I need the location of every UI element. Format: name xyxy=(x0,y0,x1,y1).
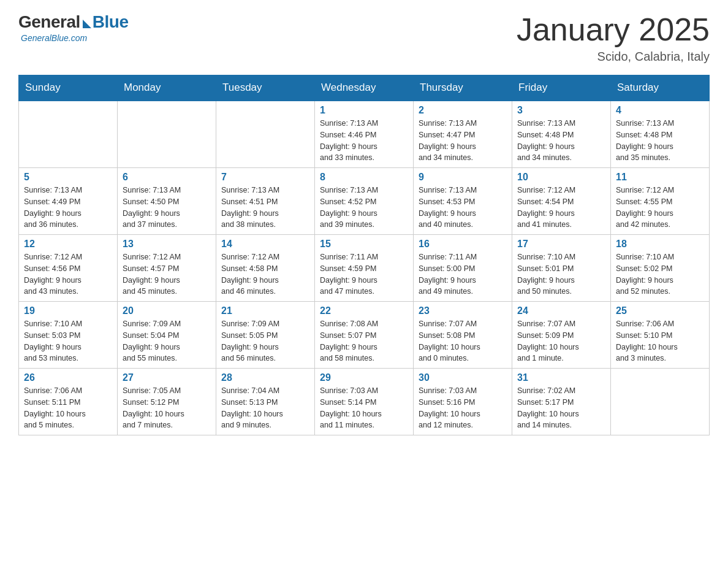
weekday-header-monday: Monday xyxy=(118,75,216,101)
day-number: 9 xyxy=(419,172,507,183)
day-cell-24: 24Sunrise: 7:07 AM Sunset: 5:09 PM Dayli… xyxy=(512,302,611,369)
day-number: 13 xyxy=(123,239,211,250)
day-cell-17: 17Sunrise: 7:10 AM Sunset: 5:01 PM Dayli… xyxy=(512,235,611,302)
day-info: Sunrise: 7:13 AM Sunset: 4:50 PM Dayligh… xyxy=(123,185,211,231)
day-number: 31 xyxy=(517,372,605,383)
empty-cell xyxy=(611,369,710,435)
day-info: Sunrise: 7:12 AM Sunset: 4:58 PM Dayligh… xyxy=(221,251,309,297)
day-cell-27: 27Sunrise: 7:05 AM Sunset: 5:12 PM Dayli… xyxy=(118,369,216,435)
day-cell-5: 5Sunrise: 7:13 AM Sunset: 4:49 PM Daylig… xyxy=(19,168,118,235)
logo: General Blue GeneralBlue.com xyxy=(18,12,128,43)
day-cell-8: 8Sunrise: 7:13 AM Sunset: 4:52 PM Daylig… xyxy=(315,168,414,235)
calendar-table: SundayMondayTuesdayWednesdayThursdayFrid… xyxy=(18,75,710,435)
day-cell-23: 23Sunrise: 7:07 AM Sunset: 5:08 PM Dayli… xyxy=(414,302,512,369)
day-info: Sunrise: 7:03 AM Sunset: 5:16 PM Dayligh… xyxy=(419,385,507,431)
day-cell-21: 21Sunrise: 7:09 AM Sunset: 5:05 PM Dayli… xyxy=(216,302,315,369)
day-info: Sunrise: 7:11 AM Sunset: 4:59 PM Dayligh… xyxy=(320,251,408,297)
day-cell-18: 18Sunrise: 7:10 AM Sunset: 5:02 PM Dayli… xyxy=(611,235,710,302)
day-number: 2 xyxy=(419,105,507,116)
day-info: Sunrise: 7:10 AM Sunset: 5:01 PM Dayligh… xyxy=(517,251,605,297)
day-number: 20 xyxy=(123,305,211,316)
day-number: 21 xyxy=(221,305,309,316)
day-info: Sunrise: 7:02 AM Sunset: 5:17 PM Dayligh… xyxy=(517,385,605,431)
day-number: 24 xyxy=(517,305,605,316)
day-number: 16 xyxy=(419,239,507,250)
day-cell-28: 28Sunrise: 7:04 AM Sunset: 5:13 PM Dayli… xyxy=(216,369,315,435)
week-row-4: 19Sunrise: 7:10 AM Sunset: 5:03 PM Dayli… xyxy=(19,302,710,369)
day-info: Sunrise: 7:08 AM Sunset: 5:07 PM Dayligh… xyxy=(320,318,408,364)
day-number: 1 xyxy=(320,105,408,116)
day-cell-2: 2Sunrise: 7:13 AM Sunset: 4:47 PM Daylig… xyxy=(414,101,512,168)
day-info: Sunrise: 7:12 AM Sunset: 4:55 PM Dayligh… xyxy=(616,185,704,231)
day-cell-29: 29Sunrise: 7:03 AM Sunset: 5:14 PM Dayli… xyxy=(315,369,414,435)
day-cell-7: 7Sunrise: 7:13 AM Sunset: 4:51 PM Daylig… xyxy=(216,168,315,235)
day-info: Sunrise: 7:03 AM Sunset: 5:14 PM Dayligh… xyxy=(320,385,408,431)
weekday-header-thursday: Thursday xyxy=(414,75,512,101)
weekday-header-friday: Friday xyxy=(512,75,611,101)
logo-blue-text: Blue xyxy=(93,12,129,32)
day-number: 19 xyxy=(24,305,112,316)
logo-general-text: General xyxy=(18,12,80,32)
day-info: Sunrise: 7:13 AM Sunset: 4:46 PM Dayligh… xyxy=(320,118,408,164)
day-info: Sunrise: 7:10 AM Sunset: 5:02 PM Dayligh… xyxy=(616,251,704,297)
day-number: 8 xyxy=(320,172,408,183)
day-number: 6 xyxy=(123,172,211,183)
week-row-5: 26Sunrise: 7:06 AM Sunset: 5:11 PM Dayli… xyxy=(19,369,710,435)
empty-cell xyxy=(118,101,216,168)
day-info: Sunrise: 7:06 AM Sunset: 5:10 PM Dayligh… xyxy=(616,318,704,364)
day-number: 12 xyxy=(24,239,112,250)
day-number: 25 xyxy=(616,305,704,316)
day-cell-4: 4Sunrise: 7:13 AM Sunset: 4:48 PM Daylig… xyxy=(611,101,710,168)
day-cell-22: 22Sunrise: 7:08 AM Sunset: 5:07 PM Dayli… xyxy=(315,302,414,369)
day-info: Sunrise: 7:13 AM Sunset: 4:48 PM Dayligh… xyxy=(517,118,605,164)
day-cell-3: 3Sunrise: 7:13 AM Sunset: 4:48 PM Daylig… xyxy=(512,101,611,168)
day-cell-16: 16Sunrise: 7:11 AM Sunset: 5:00 PM Dayli… xyxy=(414,235,512,302)
day-info: Sunrise: 7:13 AM Sunset: 4:51 PM Dayligh… xyxy=(221,185,309,231)
day-info: Sunrise: 7:07 AM Sunset: 5:09 PM Dayligh… xyxy=(517,318,605,364)
day-number: 26 xyxy=(24,372,112,383)
day-info: Sunrise: 7:05 AM Sunset: 5:12 PM Dayligh… xyxy=(123,385,211,431)
day-cell-14: 14Sunrise: 7:12 AM Sunset: 4:58 PM Dayli… xyxy=(216,235,315,302)
day-info: Sunrise: 7:04 AM Sunset: 5:13 PM Dayligh… xyxy=(221,385,309,431)
day-number: 28 xyxy=(221,372,309,383)
empty-cell xyxy=(216,101,315,168)
title-area: January 2025 Scido, Calabria, Italy xyxy=(517,12,710,64)
day-info: Sunrise: 7:13 AM Sunset: 4:48 PM Dayligh… xyxy=(616,118,704,164)
day-number: 27 xyxy=(123,372,211,383)
day-info: Sunrise: 7:13 AM Sunset: 4:47 PM Dayligh… xyxy=(419,118,507,164)
day-info: Sunrise: 7:12 AM Sunset: 4:56 PM Dayligh… xyxy=(24,251,112,297)
empty-cell xyxy=(19,101,118,168)
day-number: 15 xyxy=(320,239,408,250)
day-cell-30: 30Sunrise: 7:03 AM Sunset: 5:16 PM Dayli… xyxy=(414,369,512,435)
day-info: Sunrise: 7:13 AM Sunset: 4:49 PM Dayligh… xyxy=(24,185,112,231)
day-info: Sunrise: 7:10 AM Sunset: 5:03 PM Dayligh… xyxy=(24,318,112,364)
day-number: 4 xyxy=(616,105,704,116)
day-cell-6: 6Sunrise: 7:13 AM Sunset: 4:50 PM Daylig… xyxy=(118,168,216,235)
day-number: 5 xyxy=(24,172,112,183)
day-number: 14 xyxy=(221,239,309,250)
day-cell-31: 31Sunrise: 7:02 AM Sunset: 5:17 PM Dayli… xyxy=(512,369,611,435)
day-cell-11: 11Sunrise: 7:12 AM Sunset: 4:55 PM Dayli… xyxy=(611,168,710,235)
location-label: Scido, Calabria, Italy xyxy=(517,50,710,64)
weekday-header-saturday: Saturday xyxy=(611,75,710,101)
day-cell-20: 20Sunrise: 7:09 AM Sunset: 5:04 PM Dayli… xyxy=(118,302,216,369)
weekday-header-tuesday: Tuesday xyxy=(216,75,315,101)
day-info: Sunrise: 7:07 AM Sunset: 5:08 PM Dayligh… xyxy=(419,318,507,364)
day-number: 10 xyxy=(517,172,605,183)
day-number: 29 xyxy=(320,372,408,383)
day-cell-9: 9Sunrise: 7:13 AM Sunset: 4:53 PM Daylig… xyxy=(414,168,512,235)
day-cell-25: 25Sunrise: 7:06 AM Sunset: 5:10 PM Dayli… xyxy=(611,302,710,369)
day-info: Sunrise: 7:06 AM Sunset: 5:11 PM Dayligh… xyxy=(24,385,112,431)
day-cell-10: 10Sunrise: 7:12 AM Sunset: 4:54 PM Dayli… xyxy=(512,168,611,235)
day-cell-13: 13Sunrise: 7:12 AM Sunset: 4:57 PM Dayli… xyxy=(118,235,216,302)
weekday-header-sunday: Sunday xyxy=(19,75,118,101)
day-cell-15: 15Sunrise: 7:11 AM Sunset: 4:59 PM Dayli… xyxy=(315,235,414,302)
day-info: Sunrise: 7:12 AM Sunset: 4:54 PM Dayligh… xyxy=(517,185,605,231)
day-number: 17 xyxy=(517,239,605,250)
day-info: Sunrise: 7:09 AM Sunset: 5:04 PM Dayligh… xyxy=(123,318,211,364)
page-header: General Blue GeneralBlue.com January 202… xyxy=(18,12,710,64)
logo-arrow-icon xyxy=(83,20,91,28)
day-number: 3 xyxy=(517,105,605,116)
day-info: Sunrise: 7:09 AM Sunset: 5:05 PM Dayligh… xyxy=(221,318,309,364)
weekday-header-wednesday: Wednesday xyxy=(315,75,414,101)
